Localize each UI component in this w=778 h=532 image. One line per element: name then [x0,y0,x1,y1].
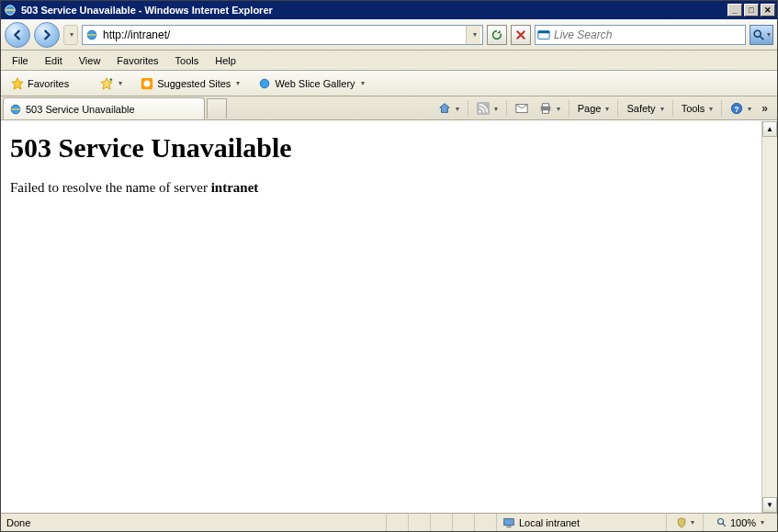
ie-logo-icon [3,3,17,17]
back-button[interactable] [5,22,30,48]
search-go-button[interactable]: ▾ [750,25,773,45]
scroll-down-button[interactable]: ▼ [762,497,777,513]
tools-menu[interactable]: Tools▾ [677,100,718,117]
status-bar: Done Local intranet ▾ 100% ▾ [1,513,777,531]
zoom-level: 100% [730,517,756,528]
error-server-name: intranet [211,180,259,195]
svg-rect-3 [538,30,549,33]
tab-strip: 503 Service Unavailable ▾ ▾ ▾ Page▾ Safe… [1,96,777,120]
web-slice-label: Web Slice Gallery [275,78,355,89]
tab-active[interactable]: 503 Service Unavailable [3,97,205,119]
page-icon [85,28,99,42]
menu-file[interactable]: File [5,52,36,69]
safety-menu[interactable]: Safety▾ [622,100,668,117]
search-provider-icon [537,28,550,41]
computer-icon [502,516,515,529]
address-bar: ▾ [82,25,483,45]
add-to-favorites-button[interactable]: ▾ [94,74,129,93]
svg-rect-13 [542,104,548,108]
maximize-button[interactable]: □ [744,4,759,17]
security-zone[interactable]: Local intranet [497,514,667,531]
page-error-text: Failed to resolve the name of server int… [10,180,752,196]
scroll-track[interactable] [762,137,777,497]
svg-rect-9 [477,102,490,115]
shield-icon [676,517,687,528]
overflow-chevron[interactable]: » [758,102,772,115]
status-pane [431,514,453,531]
help-icon: ? [730,102,743,115]
tools-menu-label: Tools [682,103,705,114]
separator [468,100,468,117]
menu-tools[interactable]: Tools [168,52,207,69]
page-menu[interactable]: Page▾ [573,100,615,117]
svg-point-19 [717,518,723,524]
recent-dropdown[interactable]: ▾ [63,25,78,45]
stop-button[interactable] [511,25,531,45]
status-text: Done [1,514,387,531]
search-box [535,25,746,45]
svg-rect-14 [542,110,548,114]
read-mail-button[interactable] [511,99,533,118]
svg-rect-18 [506,526,511,527]
status-panes [387,514,497,531]
menu-help[interactable]: Help [208,52,243,69]
help-button[interactable]: ?▾ [726,99,756,118]
tab-page-icon [9,103,22,116]
page-heading: 503 Service Unavailable [10,132,752,164]
address-input[interactable] [103,28,462,41]
web-slice-button[interactable]: Web Slice Gallery ▾ [252,74,370,93]
protected-mode[interactable]: ▾ [667,514,704,531]
svg-point-10 [479,110,481,113]
menu-favorites[interactable]: Favorites [109,52,165,69]
rss-icon [477,102,490,115]
star-icon [11,77,24,90]
forward-button[interactable] [34,22,60,48]
error-prefix: Failed to resolve the name of server [10,180,211,195]
search-input[interactable] [554,28,743,41]
feeds-button[interactable]: ▾ [472,99,502,118]
favorites-bar: Favorites ▾ Suggested Sites ▾ Web Slice … [1,71,777,96]
separator [617,100,618,117]
status-pane [409,514,431,531]
svg-rect-17 [504,518,514,525]
window-titlebar: 503 Service Unavailable - Windows Intern… [1,1,777,19]
zone-label: Local intranet [519,517,580,528]
navigation-toolbar: ▾ ▾ ▾ [1,19,777,51]
page-menu-label: Page [578,103,602,114]
safety-menu-label: Safety [626,103,655,114]
page-body: 503 Service Unavailable Failed to resolv… [1,121,761,513]
favorites-button[interactable]: Favorites [5,74,75,93]
separator [672,100,673,117]
zoom-control[interactable]: 100% ▾ [704,514,777,531]
mail-icon [515,102,528,115]
suggested-sites-icon [141,77,153,90]
minimize-button[interactable]: _ [727,4,742,17]
close-button[interactable]: ✕ [761,4,775,17]
star-plus-icon [100,77,113,90]
print-button[interactable]: ▾ [535,99,565,118]
home-button[interactable]: ▾ [434,99,464,118]
svg-point-7 [261,79,270,88]
menu-edit[interactable]: Edit [38,52,70,69]
command-bar: ▾ ▾ ▾ Page▾ Safety▾ Tools▾ ?▾ » [434,99,772,118]
suggested-sites-button[interactable]: Suggested Sites ▾ [134,74,246,93]
menu-view[interactable]: View [72,52,108,69]
status-pane [475,514,497,531]
home-icon [438,102,451,115]
svg-text:?: ? [735,105,739,114]
status-pane [387,514,409,531]
separator [569,100,569,117]
svg-point-4 [754,30,761,37]
status-pane [453,514,475,531]
web-slice-icon [258,77,271,90]
menu-bar: File Edit View Favorites Tools Help [1,51,777,71]
new-tab-button[interactable] [207,98,227,119]
suggested-sites-label: Suggested Sites [157,78,231,89]
refresh-button[interactable] [487,25,507,45]
separator [721,100,722,117]
vertical-scrollbar[interactable]: ▲ ▼ [761,121,777,513]
printer-icon [539,102,552,115]
address-dropdown[interactable]: ▾ [466,26,480,44]
scroll-up-button[interactable]: ▲ [762,121,777,137]
svg-point-6 [144,80,151,86]
